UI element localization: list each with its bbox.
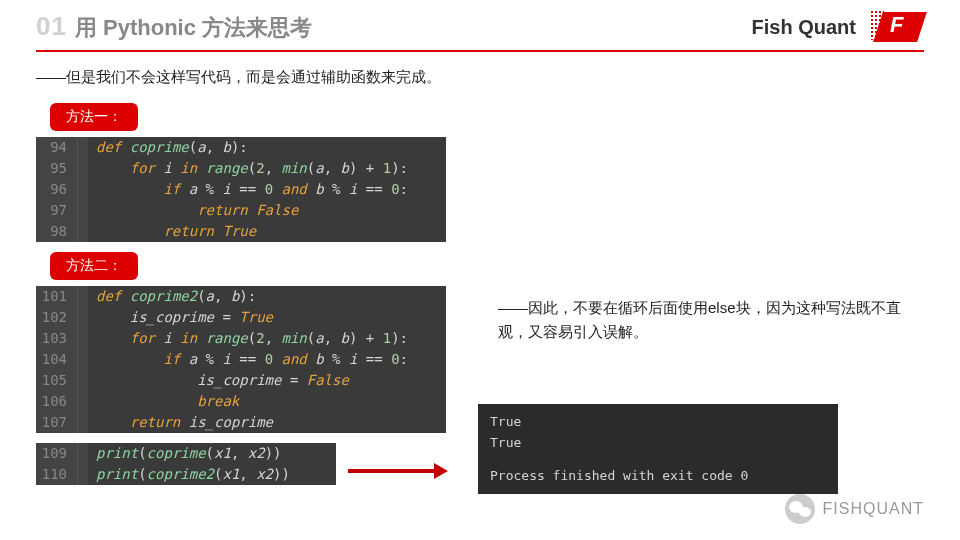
- arrow-icon: [348, 466, 448, 476]
- watermark: FISHQUANT: [785, 494, 924, 524]
- wechat-icon: [785, 494, 815, 524]
- brand-name: Fish Quant: [752, 16, 856, 39]
- header-left: 01 用 Pythonic 方法来思考: [36, 11, 312, 43]
- output-line: True: [490, 433, 826, 454]
- section-number: 01: [36, 11, 67, 42]
- intro-text: ——但是我们不会这样写代码，而是会通过辅助函数来完成。: [36, 68, 924, 87]
- section-title: 用 Pythonic 方法来思考: [75, 13, 312, 43]
- brand-logo-icon: F: [876, 10, 924, 44]
- output-block: True True Process finished with exit cod…: [478, 404, 838, 494]
- slide-content: ——但是我们不会这样写代码，而是会通过辅助函数来完成。 方法一： 94def c…: [0, 52, 960, 494]
- method1-tag: 方法一：: [50, 103, 138, 131]
- watermark-text: FISHQUANT: [823, 500, 924, 518]
- output-line: Process finished with exit code 0: [490, 466, 826, 487]
- method2-tag: 方法二：: [50, 252, 138, 280]
- output-line: True: [490, 412, 826, 433]
- header-right: Fish Quant F: [752, 10, 924, 44]
- code-block-print: 109print(coprime(x1, x2))110print(coprim…: [36, 443, 336, 485]
- conclusion-text: ——因此，不要在循环后面使用else块，因为这种写法既不直观，又容易引入误解。: [478, 296, 924, 344]
- code-block-2: 101def coprime2(a, b):102 is_coprime = T…: [36, 286, 446, 433]
- code-block-1: 94def coprime(a, b):95 for i in range(2,…: [36, 137, 446, 242]
- slide-header: 01 用 Pythonic 方法来思考 Fish Quant F: [0, 0, 960, 50]
